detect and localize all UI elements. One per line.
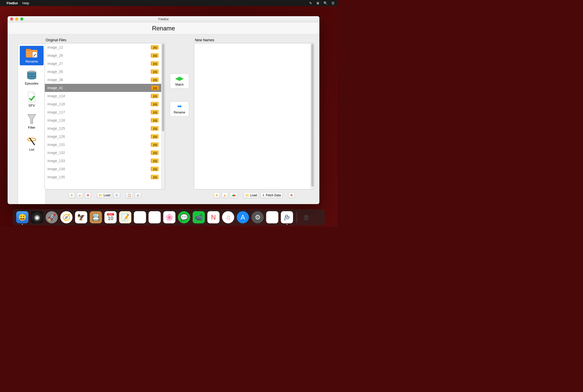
- rename-button[interactable]: ➡ Rename: [170, 101, 189, 116]
- file-row[interactable]: image_38jpg: [45, 76, 161, 84]
- dock-contacts[interactable]: 📇: [90, 211, 102, 223]
- file-extension-badge: jpg: [151, 53, 159, 58]
- minimize-button[interactable]: [15, 17, 18, 21]
- file-row[interactable]: image_27jpg: [45, 60, 161, 68]
- dock-facetime[interactable]: 📹: [193, 211, 205, 223]
- arrow-down-icon: ▼: [215, 193, 218, 197]
- file-name: image_118: [47, 118, 151, 122]
- dock-mail[interactable]: 🦅: [75, 211, 87, 223]
- match-button[interactable]: ◀▶ Match: [170, 73, 189, 89]
- move-up-button[interactable]: ▲: [222, 192, 228, 198]
- sidebar-item-filter[interactable]: Filter: [20, 112, 44, 131]
- file-row[interactable]: image_132jpg: [45, 149, 161, 157]
- print-button[interactable]: 🖨: [135, 192, 141, 198]
- panel-title: New Names: [194, 38, 314, 42]
- dock-siri[interactable]: ◉: [31, 211, 43, 223]
- arrow-up-icon: ▲: [78, 193, 81, 197]
- dock: 😀 ◉ 🚀 🧭 🦅 📇 MAY10 📝 ☑ 🗺 🌸 💬 📹 N ♫ A ⚙ ✏ …: [13, 209, 325, 225]
- file-row[interactable]: image_26jpg: [45, 51, 161, 60]
- move-down-button[interactable]: ▼: [68, 192, 75, 198]
- dock-appstore[interactable]: A: [237, 211, 249, 223]
- clipboard-button[interactable]: 📋: [126, 192, 133, 198]
- zoom-button[interactable]: [20, 17, 23, 21]
- file-row[interactable]: image_12jpg: [45, 43, 161, 51]
- dock-safari[interactable]: 🧭: [60, 211, 72, 223]
- dock-maps[interactable]: 🗺: [149, 211, 161, 223]
- spotlight-icon[interactable]: 🔍: [323, 1, 327, 5]
- scrollbar-thumb[interactable]: [162, 44, 164, 131]
- sidebar-item-episodes[interactable]: Episodes: [20, 68, 44, 87]
- file-extension-badge: jpg: [151, 102, 159, 106]
- original-files-list[interactable]: image_12jpgimage_26jpgimage_27jpgimage_3…: [45, 43, 165, 189]
- svg-rect-7: [27, 74, 36, 75]
- dock-filebot[interactable]: fb: [281, 211, 293, 223]
- dock-finder[interactable]: 😀: [16, 211, 28, 223]
- sidebar-item-list[interactable]: List: [20, 134, 44, 153]
- dock-notes[interactable]: 📝: [119, 211, 131, 223]
- file-extension-badge: jpg: [151, 142, 159, 147]
- swap-button[interactable]: ◀▶: [230, 192, 238, 198]
- file-row[interactable]: image_125jpg: [45, 124, 161, 132]
- dock-reminders[interactable]: ☑: [134, 211, 146, 223]
- sidebar: Rename Episodes SFV Filter: [18, 44, 46, 204]
- tools-button[interactable]: ✖: [288, 192, 295, 198]
- sidebar-item-sfv[interactable]: SFV: [20, 90, 44, 109]
- dock-photos[interactable]: 🌸: [163, 211, 175, 223]
- file-name: image_27: [47, 62, 151, 66]
- load-button[interactable]: 📁Load: [243, 192, 259, 198]
- file-row[interactable]: image_117jpg: [45, 108, 161, 116]
- dock-calendar[interactable]: MAY10: [104, 211, 117, 223]
- folder-icon: 📁: [99, 193, 102, 197]
- dock-messages[interactable]: 💬: [178, 211, 190, 223]
- scrollbar[interactable]: [311, 43, 314, 189]
- dock-launchpad[interactable]: 🚀: [46, 211, 58, 223]
- file-row[interactable]: image_131jpg: [45, 141, 161, 149]
- file-row[interactable]: image_126jpg: [45, 132, 161, 141]
- load-button[interactable]: 📁Load: [97, 192, 112, 198]
- file-extension-badge: jpg: [151, 61, 159, 66]
- remove-button[interactable]: ✖: [85, 192, 91, 198]
- match-arrows-icon: ◀▶: [175, 75, 184, 82]
- app-menu[interactable]: FileBot: [7, 1, 18, 5]
- file-extension-badge: jpg: [151, 110, 159, 114]
- display-menu-icon[interactable]: 🖥: [316, 1, 319, 5]
- refresh-button[interactable]: ↻: [114, 192, 120, 198]
- file-row[interactable]: image_114jpg: [45, 92, 161, 100]
- file-extension-badge: jpg: [151, 167, 159, 171]
- notification-center-icon[interactable]: ☰: [332, 1, 335, 5]
- dock-system-preferences[interactable]: ⚙: [251, 211, 264, 223]
- sidebar-item-rename[interactable]: Rename: [20, 46, 44, 65]
- file-row[interactable]: image_35jpg: [45, 68, 161, 76]
- file-row[interactable]: image_134jpg: [45, 165, 161, 173]
- download-icon: ⬇: [262, 193, 265, 197]
- file-row[interactable]: image_135jpg: [45, 173, 161, 181]
- input-menu-icon[interactable]: ✎: [309, 1, 312, 5]
- file-name: image_131: [47, 143, 151, 147]
- svg-line-10: [30, 138, 35, 145]
- calendar-month: MAY: [107, 213, 114, 215]
- dock-news[interactable]: N: [207, 211, 220, 223]
- dock-itunes[interactable]: ♫: [222, 211, 234, 223]
- dock-trash[interactable]: 🗑: [300, 211, 313, 223]
- move-down-button[interactable]: ▼: [213, 192, 220, 198]
- new-toolbar: ▼ ▲ ◀▶ 📁Load ⬇Fetch Data ✖: [194, 191, 314, 199]
- fetch-data-button[interactable]: ⬇Fetch Data: [260, 192, 283, 198]
- titlebar[interactable]: FileBot: [8, 16, 319, 22]
- file-row[interactable]: image_133jpg: [45, 157, 161, 165]
- middle-actions: ◀▶ Match ➡ Rename: [169, 38, 190, 199]
- file-name: image_12: [47, 45, 151, 49]
- scrollbar-thumb[interactable]: [311, 44, 314, 187]
- file-row[interactable]: image_41jpg: [45, 84, 161, 92]
- file-extension-badge: jpg: [151, 150, 159, 155]
- file-name: image_126: [47, 134, 151, 139]
- file-row[interactable]: image_116jpg: [45, 100, 161, 108]
- close-button[interactable]: [10, 17, 13, 21]
- scrollbar[interactable]: [161, 43, 165, 189]
- file-name: image_116: [47, 102, 151, 106]
- dock-textedit[interactable]: ✏: [266, 211, 278, 223]
- new-names-list[interactable]: [194, 43, 314, 189]
- file-row[interactable]: image_118jpg: [45, 116, 161, 124]
- help-menu[interactable]: Help: [22, 1, 29, 5]
- move-up-button[interactable]: ▲: [77, 192, 83, 198]
- file-extension-badge: jpg: [151, 175, 159, 179]
